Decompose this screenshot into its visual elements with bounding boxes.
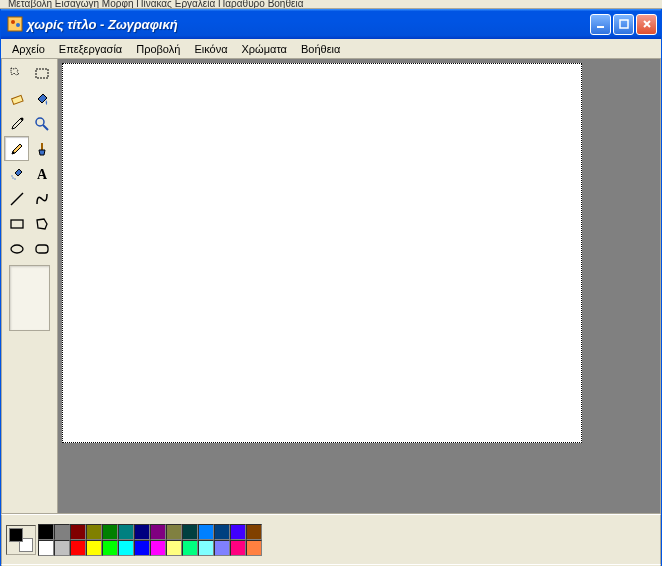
color-swatch[interactable] bbox=[246, 540, 262, 556]
free-select-icon bbox=[9, 66, 25, 82]
toolbox: A bbox=[2, 59, 58, 513]
color-swatch[interactable] bbox=[230, 540, 246, 556]
color-swatch[interactable] bbox=[198, 524, 214, 540]
tool-curve[interactable] bbox=[29, 186, 54, 211]
foreground-color-swatch bbox=[9, 528, 23, 542]
curve-icon bbox=[34, 191, 50, 207]
color-swatch[interactable] bbox=[102, 540, 118, 556]
titlebar[interactable]: χωρίς τίτλο - Ζωγραφική bbox=[1, 9, 661, 39]
color-swatch[interactable] bbox=[246, 524, 262, 540]
eraser-icon bbox=[9, 91, 25, 107]
brush-icon bbox=[34, 141, 50, 157]
tool-rect-select[interactable] bbox=[29, 61, 54, 86]
menubar: Αρχείο Επεξεργασία Προβολή Εικόνα Χρώματ… bbox=[1, 39, 661, 59]
color-bar bbox=[1, 514, 661, 564]
window-title: χωρίς τίτλο - Ζωγραφική bbox=[27, 17, 590, 32]
minimize-button[interactable] bbox=[590, 14, 611, 35]
tool-eraser[interactable] bbox=[4, 86, 29, 111]
tool-ellipse[interactable] bbox=[4, 236, 29, 261]
color-swatch[interactable] bbox=[182, 524, 198, 540]
tool-options[interactable] bbox=[9, 265, 50, 331]
color-swatch[interactable] bbox=[214, 540, 230, 556]
color-swatch[interactable] bbox=[70, 540, 86, 556]
picker-icon bbox=[9, 116, 25, 132]
color-swatch[interactable] bbox=[182, 540, 198, 556]
color-swatch[interactable] bbox=[150, 540, 166, 556]
text-icon: A bbox=[34, 166, 50, 182]
magnify-icon bbox=[34, 116, 50, 132]
color-swatch[interactable] bbox=[230, 524, 246, 540]
tool-rounded-rect[interactable] bbox=[29, 236, 54, 261]
tool-free-select[interactable] bbox=[4, 61, 29, 86]
svg-point-13 bbox=[11, 175, 12, 176]
svg-line-9 bbox=[43, 125, 48, 130]
color-swatch[interactable] bbox=[150, 524, 166, 540]
canvas[interactable] bbox=[62, 63, 582, 443]
menu-colors[interactable]: Χρώματα bbox=[235, 41, 294, 57]
tool-pencil[interactable] bbox=[4, 136, 29, 161]
svg-rect-4 bbox=[620, 20, 628, 28]
app-icon bbox=[7, 16, 23, 32]
svg-rect-3 bbox=[597, 26, 604, 28]
tool-fill[interactable] bbox=[29, 86, 54, 111]
color-swatch[interactable] bbox=[118, 524, 134, 540]
svg-point-11 bbox=[12, 177, 13, 178]
current-colors[interactable] bbox=[6, 525, 36, 555]
svg-point-8 bbox=[36, 118, 44, 126]
svg-point-7 bbox=[20, 117, 23, 120]
color-swatch[interactable] bbox=[54, 524, 70, 540]
svg-point-12 bbox=[14, 178, 15, 179]
tool-rectangle[interactable] bbox=[4, 211, 29, 236]
color-swatch[interactable] bbox=[214, 524, 230, 540]
color-swatch[interactable] bbox=[54, 540, 70, 556]
color-palette bbox=[38, 524, 262, 556]
pencil-icon bbox=[9, 141, 25, 157]
svg-rect-0 bbox=[8, 17, 22, 31]
ellipse-icon bbox=[9, 241, 25, 257]
tool-magnify[interactable] bbox=[29, 111, 54, 136]
color-swatch[interactable] bbox=[166, 540, 182, 556]
svg-point-2 bbox=[16, 23, 20, 27]
maximize-button[interactable] bbox=[613, 14, 634, 35]
polygon-icon bbox=[34, 216, 50, 232]
line-icon bbox=[9, 191, 25, 207]
fill-icon bbox=[34, 91, 50, 107]
paint-window: χωρίς τίτλο - Ζωγραφική Αρχείο Επεξεργασ… bbox=[0, 9, 662, 566]
svg-rect-10 bbox=[41, 143, 43, 150]
color-swatch[interactable] bbox=[198, 540, 214, 556]
color-swatch[interactable] bbox=[38, 540, 54, 556]
color-swatch[interactable] bbox=[38, 524, 54, 540]
color-swatch[interactable] bbox=[86, 524, 102, 540]
svg-rect-6 bbox=[11, 95, 22, 104]
tool-line[interactable] bbox=[4, 186, 29, 211]
color-swatch[interactable] bbox=[118, 540, 134, 556]
canvas-area bbox=[58, 59, 660, 513]
color-swatch[interactable] bbox=[134, 524, 150, 540]
color-swatch[interactable] bbox=[166, 524, 182, 540]
tool-airbrush[interactable] bbox=[4, 161, 29, 186]
rectangle-icon bbox=[9, 216, 25, 232]
tool-polygon[interactable] bbox=[29, 211, 54, 236]
color-swatch[interactable] bbox=[102, 524, 118, 540]
color-swatch[interactable] bbox=[86, 540, 102, 556]
workspace: A bbox=[1, 59, 661, 514]
menu-help[interactable]: Βοήθεια bbox=[294, 41, 347, 57]
menu-image[interactable]: Εικόνα bbox=[187, 41, 234, 57]
color-swatch[interactable] bbox=[134, 540, 150, 556]
svg-rect-18 bbox=[36, 245, 48, 253]
svg-line-15 bbox=[11, 193, 23, 205]
svg-rect-16 bbox=[11, 220, 23, 228]
tool-picker[interactable] bbox=[4, 111, 29, 136]
background-window-menu: Μεταβολή Εισαγωγή Μορφή Πίνακας Εργαλεία… bbox=[0, 0, 662, 9]
tool-brush[interactable] bbox=[29, 136, 54, 161]
rounded-rect-icon bbox=[34, 241, 50, 257]
svg-rect-5 bbox=[36, 69, 48, 78]
svg-text:A: A bbox=[37, 167, 48, 182]
menu-view[interactable]: Προβολή bbox=[129, 41, 187, 57]
close-button[interactable] bbox=[636, 14, 657, 35]
tool-text[interactable]: A bbox=[29, 161, 54, 186]
rect-select-icon bbox=[34, 66, 50, 82]
menu-edit[interactable]: Επεξεργασία bbox=[52, 41, 129, 57]
color-swatch[interactable] bbox=[70, 524, 86, 540]
menu-file[interactable]: Αρχείο bbox=[5, 41, 52, 57]
